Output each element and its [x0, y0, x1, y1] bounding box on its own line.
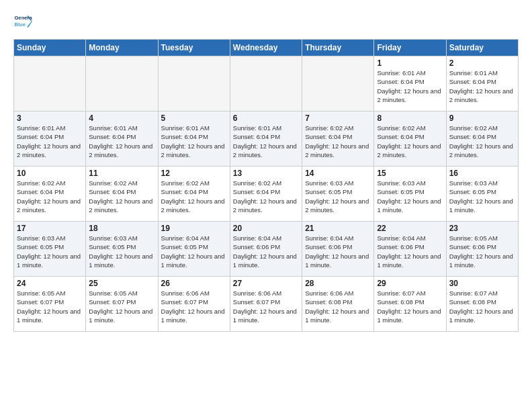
- day-info: Sunrise: 6:02 AM Sunset: 6:04 PM Dayligh…: [377, 124, 443, 159]
- day-info: Sunrise: 6:07 AM Sunset: 6:08 PM Dayligh…: [377, 289, 443, 324]
- weekday-header-thursday: Thursday: [302, 40, 374, 56]
- calendar-cell: 14Sunrise: 6:03 AM Sunset: 6:05 PM Dayli…: [302, 167, 374, 222]
- calendar-cell: 12Sunrise: 6:02 AM Sunset: 6:04 PM Dayli…: [158, 167, 230, 222]
- day-number: 1: [377, 58, 443, 68]
- logo: General Blue: [13, 12, 32, 31]
- day-number: 11: [89, 169, 154, 178]
- day-info: Sunrise: 6:06 AM Sunset: 6:07 PM Dayligh…: [161, 289, 227, 324]
- calendar-cell: 20Sunrise: 6:04 AM Sunset: 6:06 PM Dayli…: [230, 222, 302, 277]
- calendar-header-row: SundayMondayTuesdayWednesdayThursdayFrid…: [14, 40, 519, 56]
- calendar-cell: 4Sunrise: 6:01 AM Sunset: 6:04 PM Daylig…: [86, 111, 158, 167]
- page: General Blue SundayMondayTuesdayWednesda…: [0, 0, 532, 338]
- calendar-week-5: 24Sunrise: 6:05 AM Sunset: 6:07 PM Dayli…: [14, 277, 519, 332]
- day-number: 13: [233, 169, 299, 178]
- calendar-cell: 11Sunrise: 6:02 AM Sunset: 6:04 PM Dayli…: [86, 167, 158, 222]
- calendar-cell: 29Sunrise: 6:07 AM Sunset: 6:08 PM Dayli…: [374, 277, 446, 332]
- calendar-week-3: 10Sunrise: 6:02 AM Sunset: 6:04 PM Dayli…: [14, 167, 519, 222]
- calendar-cell: 3Sunrise: 6:01 AM Sunset: 6:04 PM Daylig…: [14, 111, 86, 167]
- day-info: Sunrise: 6:03 AM Sunset: 6:05 PM Dayligh…: [305, 179, 371, 214]
- day-info: Sunrise: 6:01 AM Sunset: 6:04 PM Dayligh…: [233, 124, 299, 159]
- calendar-cell: 27Sunrise: 6:06 AM Sunset: 6:07 PM Dayli…: [230, 277, 302, 332]
- day-info: Sunrise: 6:05 AM Sunset: 6:06 PM Dayligh…: [449, 234, 515, 269]
- day-number: 24: [17, 279, 83, 288]
- day-number: 17: [17, 224, 83, 233]
- day-number: 16: [449, 169, 515, 178]
- svg-text:General: General: [14, 15, 32, 21]
- day-number: 30: [449, 279, 515, 288]
- svg-text:Blue: Blue: [14, 21, 26, 28]
- weekday-header-saturday: Saturday: [446, 40, 518, 56]
- day-info: Sunrise: 6:06 AM Sunset: 6:08 PM Dayligh…: [305, 289, 371, 324]
- day-info: Sunrise: 6:02 AM Sunset: 6:04 PM Dayligh…: [233, 179, 299, 214]
- day-info: Sunrise: 6:03 AM Sunset: 6:05 PM Dayligh…: [89, 234, 154, 269]
- day-info: Sunrise: 6:06 AM Sunset: 6:07 PM Dayligh…: [233, 289, 299, 324]
- calendar-week-4: 17Sunrise: 6:03 AM Sunset: 6:05 PM Dayli…: [14, 222, 519, 277]
- day-number: 10: [17, 169, 83, 178]
- day-number: 5: [161, 113, 227, 123]
- day-info: Sunrise: 6:04 AM Sunset: 6:05 PM Dayligh…: [161, 234, 227, 269]
- calendar-cell: 19Sunrise: 6:04 AM Sunset: 6:05 PM Dayli…: [158, 222, 230, 277]
- calendar-cell: [86, 56, 158, 111]
- day-info: Sunrise: 6:03 AM Sunset: 6:05 PM Dayligh…: [377, 179, 443, 214]
- calendar-week-2: 3Sunrise: 6:01 AM Sunset: 6:04 PM Daylig…: [14, 111, 519, 167]
- calendar-cell: 6Sunrise: 6:01 AM Sunset: 6:04 PM Daylig…: [230, 111, 302, 167]
- day-number: 4: [89, 113, 154, 123]
- day-number: 22: [377, 224, 443, 233]
- day-number: 27: [233, 279, 299, 288]
- calendar-cell: 26Sunrise: 6:06 AM Sunset: 6:07 PM Dayli…: [158, 277, 230, 332]
- weekday-header-sunday: Sunday: [14, 40, 86, 56]
- calendar-cell: 7Sunrise: 6:02 AM Sunset: 6:04 PM Daylig…: [302, 111, 374, 167]
- day-info: Sunrise: 6:01 AM Sunset: 6:04 PM Dayligh…: [449, 68, 515, 104]
- calendar-cell: 13Sunrise: 6:02 AM Sunset: 6:04 PM Dayli…: [230, 167, 302, 222]
- day-info: Sunrise: 6:05 AM Sunset: 6:07 PM Dayligh…: [89, 289, 154, 324]
- day-number: 20: [233, 224, 299, 233]
- day-info: Sunrise: 6:02 AM Sunset: 6:04 PM Dayligh…: [449, 124, 515, 159]
- calendar-cell: 1Sunrise: 6:01 AM Sunset: 6:04 PM Daylig…: [374, 56, 446, 111]
- calendar-cell: 21Sunrise: 6:04 AM Sunset: 6:06 PM Dayli…: [302, 222, 374, 277]
- calendar-cell: 15Sunrise: 6:03 AM Sunset: 6:05 PM Dayli…: [374, 167, 446, 222]
- day-number: 7: [305, 113, 371, 123]
- calendar-week-1: 1Sunrise: 6:01 AM Sunset: 6:04 PM Daylig…: [14, 56, 519, 111]
- day-number: 15: [377, 169, 443, 178]
- calendar-cell: 2Sunrise: 6:01 AM Sunset: 6:04 PM Daylig…: [446, 56, 518, 111]
- calendar: SundayMondayTuesdayWednesdayThursdayFrid…: [13, 39, 519, 332]
- calendar-cell: [302, 56, 374, 111]
- day-info: Sunrise: 6:03 AM Sunset: 6:05 PM Dayligh…: [449, 179, 515, 214]
- calendar-cell: 9Sunrise: 6:02 AM Sunset: 6:04 PM Daylig…: [446, 111, 518, 167]
- calendar-cell: 5Sunrise: 6:01 AM Sunset: 6:04 PM Daylig…: [158, 111, 230, 167]
- calendar-cell: 23Sunrise: 6:05 AM Sunset: 6:06 PM Dayli…: [446, 222, 518, 277]
- day-info: Sunrise: 6:04 AM Sunset: 6:06 PM Dayligh…: [233, 234, 299, 269]
- day-number: 19: [161, 224, 227, 233]
- calendar-cell: 16Sunrise: 6:03 AM Sunset: 6:05 PM Dayli…: [446, 167, 518, 222]
- day-info: Sunrise: 6:02 AM Sunset: 6:04 PM Dayligh…: [305, 124, 371, 159]
- day-number: 8: [377, 113, 443, 123]
- day-info: Sunrise: 6:02 AM Sunset: 6:04 PM Dayligh…: [17, 179, 83, 214]
- day-number: 9: [449, 113, 515, 123]
- calendar-cell: 8Sunrise: 6:02 AM Sunset: 6:04 PM Daylig…: [374, 111, 446, 167]
- calendar-cell: 25Sunrise: 6:05 AM Sunset: 6:07 PM Dayli…: [86, 277, 158, 332]
- day-number: 25: [89, 279, 154, 288]
- day-info: Sunrise: 6:01 AM Sunset: 6:04 PM Dayligh…: [377, 68, 443, 104]
- day-number: 28: [305, 279, 371, 288]
- weekday-header-wednesday: Wednesday: [230, 40, 302, 56]
- calendar-cell: 10Sunrise: 6:02 AM Sunset: 6:04 PM Dayli…: [14, 167, 86, 222]
- day-number: 2: [449, 58, 515, 68]
- calendar-cell: [158, 56, 230, 111]
- day-info: Sunrise: 6:02 AM Sunset: 6:04 PM Dayligh…: [89, 179, 154, 214]
- day-info: Sunrise: 6:07 AM Sunset: 6:08 PM Dayligh…: [449, 289, 515, 324]
- day-number: 14: [305, 169, 371, 178]
- day-info: Sunrise: 6:05 AM Sunset: 6:07 PM Dayligh…: [17, 289, 83, 324]
- day-info: Sunrise: 6:02 AM Sunset: 6:04 PM Dayligh…: [161, 179, 227, 214]
- logo-icon: General Blue: [13, 12, 32, 31]
- header: General Blue: [13, 12, 519, 31]
- calendar-cell: 22Sunrise: 6:04 AM Sunset: 6:06 PM Dayli…: [374, 222, 446, 277]
- calendar-cell: 24Sunrise: 6:05 AM Sunset: 6:07 PM Dayli…: [14, 277, 86, 332]
- day-number: 3: [17, 113, 83, 123]
- day-number: 6: [233, 113, 299, 123]
- day-number: 23: [449, 224, 515, 233]
- day-info: Sunrise: 6:03 AM Sunset: 6:05 PM Dayligh…: [17, 234, 83, 269]
- weekday-header-monday: Monday: [86, 40, 158, 56]
- day-number: 12: [161, 169, 227, 178]
- day-number: 26: [161, 279, 227, 288]
- day-info: Sunrise: 6:04 AM Sunset: 6:06 PM Dayligh…: [305, 234, 371, 269]
